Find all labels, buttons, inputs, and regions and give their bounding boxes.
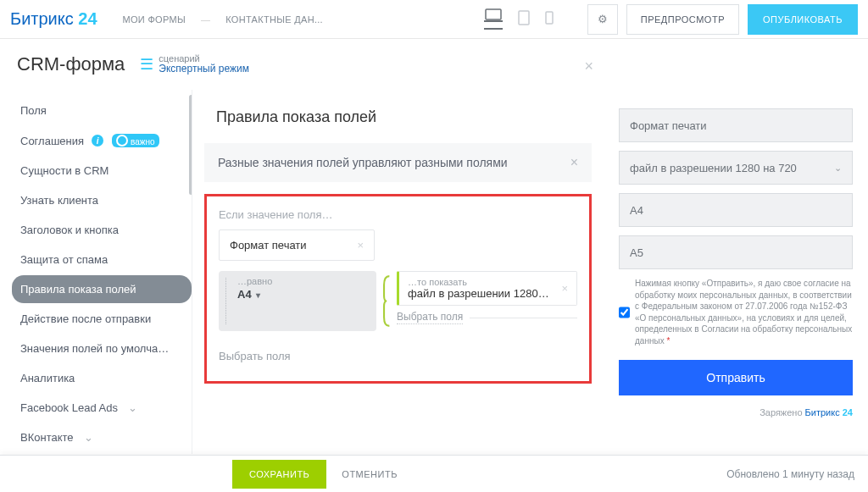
cancel-button[interactable]: ОТМЕНИТЬ [342, 469, 398, 479]
sidebar-item-header-button[interactable]: Заголовок и кнопка [12, 216, 192, 244]
preview-field-a5[interactable]: A5 [619, 235, 853, 269]
equals-value: A4 [237, 288, 252, 301]
sidebar-item-facebook[interactable]: Facebook Lead Ads⌄ [12, 394, 192, 422]
tab-separator: — [201, 14, 210, 25]
close-icon[interactable]: × [584, 58, 593, 75]
sidebar-item-label: Соглашения [20, 135, 84, 147]
settings-button[interactable]: ⚙ [587, 4, 618, 35]
preview-field-file[interactable]: файл в разрешении 1280 на 720⌄ [619, 151, 853, 185]
sidebar-item-vk[interactable]: ВКонтакте⌄ [12, 423, 192, 451]
required-star: * [666, 336, 670, 346]
field-name: Формат печати [230, 239, 307, 252]
sidebar-item-label: Facebook Lead Ads [20, 401, 118, 414]
scenario-icon: ☰ [140, 55, 153, 74]
powered-by: Заряжено Битрикс 24 [619, 407, 853, 417]
equals-label: …равно [237, 276, 364, 286]
submit-button[interactable]: Отправить [619, 360, 853, 395]
preview-button[interactable]: ПРЕДПРОСМОТР [626, 4, 739, 35]
sidebar-item-crm[interactable]: Сущности в CRM [12, 157, 192, 185]
sidebar-item-defaults[interactable]: Значения полей по умолча… [12, 334, 192, 362]
preview-field-label: Формат печати [630, 119, 707, 132]
preview-field-label: файл в разрешении 1280 на 720 [630, 162, 797, 174]
then-show-field[interactable]: …то показать файл в разрешении 1280… × [397, 271, 577, 306]
divider [470, 318, 577, 318]
field-selector[interactable]: Формат печати × [219, 229, 375, 261]
sidebar-item-label: ВКонтакте [20, 431, 74, 444]
svg-rect-2 [519, 11, 529, 25]
sidebar-item-fields[interactable]: Поля [12, 97, 192, 124]
important-badge: важно [112, 134, 159, 147]
preview-field-label: A5 [630, 246, 643, 259]
sidebar-item-agreements[interactable]: Соглашенияiважно [12, 126, 192, 155]
updated-label: Обновлено 1 минуту назад [726, 468, 854, 480]
select-fields-bottom[interactable]: Выбрать поля [219, 350, 577, 362]
logo[interactable]: Битрикс 24 [10, 9, 97, 29]
then-label: …то показать [408, 277, 556, 287]
sidebar-item-client[interactable]: Узнать клиента [12, 186, 192, 214]
preview-field-format[interactable]: Формат печати [619, 108, 853, 142]
gear-icon: ⚙ [598, 13, 608, 25]
rule-editor: Если значение поля… Формат печати × …рав… [204, 194, 592, 384]
chevron-down-icon: ▾ [256, 290, 260, 300]
consent-block[interactable]: Нажимая кнопку «Отправить», я даю свое с… [619, 278, 853, 346]
logo-suffix: 24 [78, 9, 97, 28]
info-icon: i [92, 135, 103, 146]
scenario-link[interactable]: Экспертный режим [159, 63, 249, 75]
rule-mode-close-icon[interactable]: × [570, 155, 578, 170]
rule-mode-label: Разные значения полей управляют разными … [218, 156, 508, 169]
sidebar-item-after[interactable]: Действие после отправки [12, 305, 192, 333]
chevron-down-icon: ⌄ [128, 401, 137, 414]
save-button[interactable]: СОХРАНИТЬ [232, 460, 326, 489]
chevron-down-icon: ⌄ [84, 431, 93, 444]
device-tablet-icon[interactable] [518, 10, 530, 28]
preview-field-a4[interactable]: A4 [619, 193, 853, 227]
device-desktop-icon[interactable] [484, 8, 503, 30]
remove-field-icon[interactable]: × [358, 239, 364, 252]
svg-rect-3 [546, 12, 553, 24]
content-title: Правила показа полей [192, 90, 604, 143]
consent-checkbox[interactable] [619, 279, 630, 346]
remove-then-icon[interactable]: × [561, 282, 568, 295]
logo-text: Битрикс [10, 9, 74, 28]
if-label: Если значение поля… [219, 208, 577, 221]
device-mobile-icon[interactable] [545, 11, 554, 27]
bracket-icon [383, 274, 390, 328]
sidebar-item-rules[interactable]: Правила показа полей [12, 275, 192, 303]
condition-value[interactable]: …равно A4 ▾ [219, 271, 376, 331]
svg-rect-1 [484, 20, 503, 22]
tab-contact-data[interactable]: КОНТАКТНЫЕ ДАН... [225, 14, 323, 25]
chevron-down-icon: ⌄ [834, 163, 842, 174]
select-fields-link[interactable]: Выбрать поля [397, 311, 463, 324]
sidebar-item-analytics[interactable]: Аналитика [12, 364, 192, 392]
page-title: CRM-форма [17, 53, 125, 75]
publish-button[interactable]: ОПУБЛИКОВАТЬ [748, 4, 858, 35]
svg-rect-0 [486, 9, 501, 19]
then-value: файл в разрешении 1280… [408, 287, 556, 300]
sidebar-item-spam[interactable]: Защита от спама [12, 246, 192, 274]
preview-field-label: A4 [630, 204, 643, 217]
tab-my-forms[interactable]: МОИ ФОРМЫ [123, 14, 186, 25]
